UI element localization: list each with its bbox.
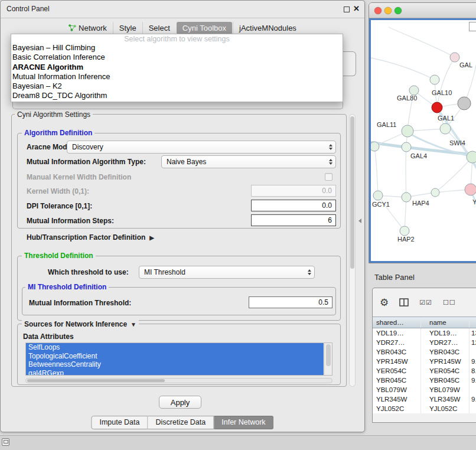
mi-type-select[interactable]: Naive Bayes	[161, 155, 336, 168]
aracne-mode-select[interactable]: Discovery	[67, 141, 336, 154]
table-row[interactable]: YPR145W YPR145W 9.	[373, 357, 476, 366]
menu-item-aracne[interactable]: ARACNE Algorithm	[11, 63, 343, 72]
table-row[interactable]: YBL079W YBL079W	[373, 385, 476, 394]
hub-definition-expander[interactable]: Hub/Transcription Factor Definition ▶	[27, 233, 154, 242]
cell-shared[interactable]: YDL19…	[373, 328, 421, 338]
cell-name[interactable]: YBL079W	[421, 385, 470, 394]
network-node[interactable]	[458, 97, 471, 110]
dpi-tolerance-field[interactable]: 0.0	[251, 200, 336, 211]
cell-name[interactable]: YER054C	[421, 366, 470, 376]
cell-name[interactable]: YPR145W	[421, 357, 470, 366]
network-node[interactable]	[402, 125, 413, 137]
network-node[interactable]	[371, 142, 379, 151]
cell-name[interactable]: YDL19…	[421, 328, 470, 338]
select-columns-icon[interactable]: ☑☑	[419, 299, 432, 306]
menu-item-dream8[interactable]: Dream8 DC_TDC Algorithm	[11, 91, 343, 100]
attribute-list-scrollbar[interactable]	[324, 343, 332, 375]
table-row[interactable]: YER054C YER054C 8.	[373, 366, 476, 376]
tab-network[interactable]: Network	[63, 22, 113, 34]
manual-kernel-checkbox[interactable]	[325, 173, 332, 181]
attribute-list-hscrollbar-thumb[interactable]	[27, 379, 165, 382]
mi-threshold-field[interactable]: 0.5	[249, 296, 332, 308]
menu-item-bayesian-k2[interactable]: Bayesian – K2	[11, 81, 343, 91]
attribute-item[interactable]: SelfLoops	[26, 343, 324, 352]
restore-panel-icon[interactable]	[2, 438, 9, 446]
network-node[interactable]	[409, 86, 419, 95]
attribute-list-scrollbar-thumb[interactable]	[326, 344, 331, 366]
table-row[interactable]: YLR345W YLR345W 9.	[373, 394, 476, 404]
sources-expander[interactable]: Sources for Network Inference ▼	[22, 320, 139, 328]
apply-button[interactable]: Apply	[159, 396, 201, 409]
cell-value[interactable]: 9.	[470, 394, 476, 404]
cell-name[interactable]: YLR345W	[421, 394, 470, 404]
cell-shared[interactable]: YBR045C	[373, 376, 421, 385]
cell-shared[interactable]: YLR345W	[373, 394, 421, 404]
network-node[interactable]	[450, 53, 459, 62]
close-icon[interactable]: ✕	[353, 4, 360, 13]
network-node[interactable]	[402, 193, 411, 202]
gear-icon[interactable]: ⚙	[380, 298, 389, 308]
tab-impute-data[interactable]: Impute Data	[91, 416, 148, 429]
float-window-icon[interactable]	[344, 6, 350, 12]
menu-item-bayesian-hill-climbing[interactable]: Bayesian – Hill Climbing	[11, 43, 343, 53]
column-header-name[interactable]: name	[421, 317, 470, 328]
network-node[interactable]	[430, 75, 439, 84]
network-node[interactable]	[431, 188, 439, 197]
network-canvas[interactable]: GAL GAL80 GAL10 GAL11 GAL1 SWI4 GAL4 GCY…	[369, 18, 476, 263]
network-node[interactable]	[467, 151, 476, 163]
minimize-button[interactable]	[384, 7, 392, 14]
attribute-item[interactable]: gal4RGexp	[26, 369, 324, 376]
attribute-item[interactable]: TopologicalCoefficient	[26, 352, 324, 361]
table-row[interactable]: YBR043C YBR043C	[373, 347, 476, 357]
cell-shared[interactable]: YER054C	[373, 366, 421, 376]
network-node[interactable]	[465, 184, 476, 195]
cell-name[interactable]: YBR045C	[421, 376, 470, 385]
attribute-item[interactable]: BetweennessCentrality	[26, 360, 324, 369]
table-row[interactable]: YJL052C YJL052C	[373, 404, 476, 413]
network-node[interactable]	[373, 191, 383, 200]
tab-infer-network[interactable]: Infer Network	[214, 416, 273, 429]
column-layout-icon[interactable]	[399, 298, 409, 306]
tab-cyni-toolbox[interactable]: Cyni Toolbox	[177, 22, 232, 34]
cell-shared[interactable]: YJL052C	[373, 404, 421, 413]
network-node[interactable]	[400, 226, 409, 236]
cell-value[interactable]: 12	[470, 338, 476, 347]
cell-value[interactable]: 9.	[470, 357, 476, 366]
tab-style[interactable]: Style	[113, 22, 142, 34]
table-row[interactable]: YDR27… YDR27… 12	[373, 338, 476, 347]
cell-shared[interactable]: YPR145W	[373, 357, 421, 366]
attribute-list[interactable]: SelfLoops TopologicalCoefficient Between…	[25, 343, 332, 376]
cell-shared[interactable]: YDR27…	[373, 338, 421, 347]
close-button[interactable]	[374, 7, 382, 14]
cell-name[interactable]: YJL052C	[421, 404, 470, 413]
column-header-shared[interactable]: shared…	[373, 317, 421, 328]
deselect-columns-icon[interactable]: ☐☐	[443, 299, 456, 306]
zoom-button[interactable]	[395, 7, 402, 14]
table-row[interactable]: YDL19… YDL19… 13	[373, 328, 476, 338]
cell-value[interactable]	[470, 385, 476, 394]
cell-shared[interactable]: YBR043C	[373, 347, 421, 357]
panel-collapse-handle[interactable]	[358, 219, 361, 223]
network-node[interactable]	[402, 142, 411, 152]
kernel-width-field[interactable]: 0.0	[251, 185, 336, 197]
which-threshold-select[interactable]: MI Threshold	[139, 266, 315, 279]
column-header-value[interactable]	[470, 317, 476, 328]
attribute-list-hscrollbar[interactable]	[25, 378, 332, 383]
cell-value[interactable]: 13	[470, 328, 476, 338]
cell-name[interactable]: YDR27…	[421, 338, 470, 347]
cell-shared[interactable]: YBL079W	[373, 385, 421, 394]
cell-name[interactable]: YBR043C	[421, 347, 470, 357]
cell-value[interactable]	[470, 404, 476, 413]
settings-scrollbar[interactable]	[349, 114, 356, 387]
cell-value[interactable]: 9.	[470, 376, 476, 385]
network-node[interactable]	[432, 102, 442, 113]
birdseye-view[interactable]	[469, 22, 476, 31]
cell-value[interactable]	[470, 347, 476, 357]
network-node[interactable]	[440, 123, 451, 134]
menu-item-basic-correlation[interactable]: Basic Correlation Inference	[11, 53, 343, 62]
tab-jactivemnodules[interactable]: jActiveMNodules	[233, 22, 302, 34]
cell-value[interactable]: 8.	[470, 366, 476, 376]
tab-discretize-data[interactable]: Discretize Data	[148, 416, 214, 429]
table-row[interactable]: YBR045C YBR045C 9.	[373, 376, 476, 385]
tab-select[interactable]: Select	[142, 22, 176, 34]
